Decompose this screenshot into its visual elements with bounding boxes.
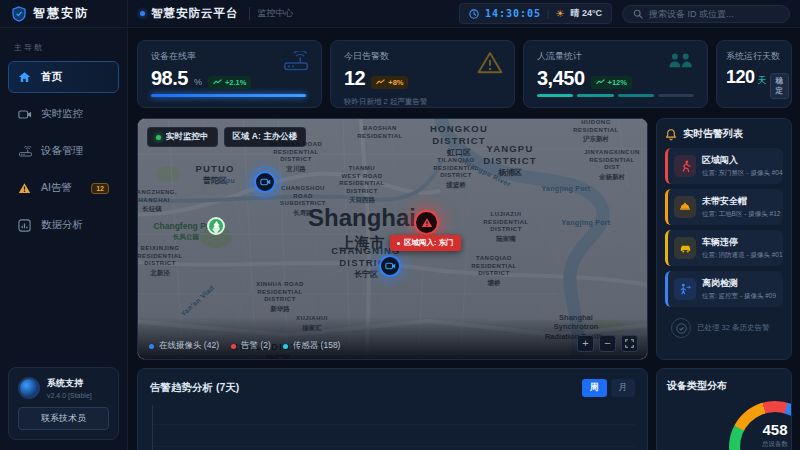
sidebar-item-data-analysis[interactable]: 数据分析 xyxy=(8,209,119,241)
sidebar-item-device-mgmt[interactable]: 设备管理 xyxy=(8,135,119,167)
camera-legend-dot xyxy=(149,344,154,349)
processed-alerts-text: 已处理 32 条历史告警 xyxy=(697,323,770,333)
runner-icon xyxy=(674,155,696,177)
weather-text: 晴 24°C xyxy=(570,7,602,20)
sidebar-item-live-monitor[interactable]: 实时监控 xyxy=(8,98,119,130)
kpi-card-people-flow: 人流量统计 3,450 +12% xyxy=(523,40,708,108)
trend-up-icon xyxy=(596,79,605,85)
kpi-value: 12 xyxy=(344,67,365,90)
camera-icon xyxy=(18,109,33,120)
toggle-week-button[interactable]: 周 xyxy=(582,379,607,397)
camera-icon xyxy=(260,178,271,186)
kpi-delta-badge: +2.1% xyxy=(208,76,251,89)
trend-up-icon xyxy=(213,79,222,85)
search-icon xyxy=(633,9,643,19)
kpi-card-online-rate: 设备在线率 98.5 % +2.1% xyxy=(137,40,322,108)
home-icon xyxy=(18,71,33,83)
alert-item-no-helmet[interactable]: 未带安全帽位置: 工地B区 - 摄像头 #12 xyxy=(665,189,783,225)
kpi-value: 3,450 xyxy=(537,67,585,90)
router-icon xyxy=(282,51,310,71)
sidebar-item-label: 数据分析 xyxy=(41,218,83,232)
sidebar-item-ai-alerts[interactable]: AI告警 12 xyxy=(8,172,119,204)
warning-icon xyxy=(18,182,33,194)
sidebar-item-label: 首页 xyxy=(41,70,62,84)
people-icon xyxy=(666,51,696,70)
realtime-alerts-panel: 实时告警列表 区域闯入位置: 东门禁区 - 摄像头 #04 未带安全帽位置: 工… xyxy=(656,118,792,360)
support-logo-icon xyxy=(18,377,40,399)
map-legend: 在线摄像头 (42) 告警 (2) 传感器 (158) xyxy=(149,340,340,352)
alert-legend-dot xyxy=(231,344,236,349)
camera-marker[interactable] xyxy=(379,255,401,277)
sidebar-item-label: AI告警 xyxy=(41,181,72,195)
support-version: v2.4.0 [Stable] xyxy=(47,392,92,399)
router-icon xyxy=(18,146,33,157)
kpi-status-badge: 稳定 xyxy=(770,73,790,99)
zone-chip[interactable]: 区域 A: 主办公楼 xyxy=(224,127,307,147)
kpi-row: 设备在线率 98.5 % +2.1% 今日告警数 12 +8% 较昨日新增 2 … xyxy=(137,40,792,108)
people-flow-segments xyxy=(537,94,694,97)
sidebar-item-label: 设备管理 xyxy=(41,144,83,158)
fullscreen-button[interactable] xyxy=(621,335,638,352)
alert-item-intrusion[interactable]: 区域闯入位置: 东门禁区 - 摄像头 #04 xyxy=(665,148,783,184)
search-input[interactable] xyxy=(649,9,779,19)
period-toggle: 周 月 xyxy=(582,379,635,397)
zoom-out-button[interactable]: − xyxy=(599,335,616,352)
support-title: 系统支持 xyxy=(47,377,92,390)
sun-icon: ☀ xyxy=(555,9,564,19)
camera-icon xyxy=(385,262,396,270)
nav-section-label: 主导航 xyxy=(14,42,127,53)
kpi-delta-badge: +12% xyxy=(591,76,632,89)
shield-icon xyxy=(12,6,26,22)
live-dot xyxy=(156,135,161,140)
platform-subtitle: 监控中心 xyxy=(249,7,294,20)
device-total-label: 总设备数 xyxy=(735,440,792,449)
warning-icon xyxy=(477,51,503,74)
zoom-in-button[interactable]: + xyxy=(577,335,594,352)
bell-icon xyxy=(665,128,677,141)
status-dot xyxy=(140,11,145,16)
device-distribution-title: 设备类型分布 xyxy=(667,379,781,393)
kpi-card-today-alerts: 今日告警数 12 +8% 较昨日新增 2 起严重告警 xyxy=(330,40,515,108)
search-box[interactable] xyxy=(622,5,790,23)
processed-alerts-row[interactable]: 已处理 32 条历史告警 xyxy=(665,312,783,344)
helmet-icon xyxy=(674,196,696,218)
alert-tooltip[interactable]: 区域闯入: 东门 xyxy=(390,235,461,251)
sidebar: 主导航 首页 实时监控 设备管理 AI告警 12 数据分析 xyxy=(0,28,128,450)
kpi-unit: 天 xyxy=(758,74,767,87)
kpi-note: 上次维护: 2023-06-20 xyxy=(726,106,782,108)
live-status-chip: 实时监控中 xyxy=(147,127,218,147)
clock-icon xyxy=(469,9,479,19)
alert-trend-panel: 告警趋势分析 (7天) 周 月 xyxy=(137,368,648,450)
device-total-value: 458 xyxy=(735,421,792,438)
sidebar-item-label: 实时监控 xyxy=(41,107,83,121)
fullscreen-icon xyxy=(625,339,634,348)
kpi-card-uptime: 系统运行天数 120 天 稳定 上次维护: 2023-06-20 xyxy=(716,40,792,108)
clock-time: 14:30:05 xyxy=(485,8,541,19)
map-panel[interactable]: BAOSHAN RESIDENTIAL HONGKOU DISTRICT虹口区 … xyxy=(137,118,648,360)
park-marker[interactable] xyxy=(207,217,225,235)
platform-title: 智慧安防云平台 xyxy=(151,6,239,21)
top-bar: 智慧安防 智慧安防云平台 监控中心 14:30:05 | ☀ 晴 24°C xyxy=(0,0,800,28)
alert-item-illegal-parking[interactable]: 车辆违停位置: 消防通道 - 摄像头 #01 xyxy=(665,230,783,266)
camera-marker[interactable] xyxy=(254,171,276,193)
kpi-unit: % xyxy=(194,77,202,87)
support-card: 系统支持 v2.4.0 [Stable] 联系技术员 xyxy=(8,367,119,440)
trend-title: 告警趋势分析 (7天) xyxy=(150,381,239,395)
kpi-value: 98.5 xyxy=(151,67,188,90)
online-rate-progress xyxy=(151,94,308,97)
alert-count-badge: 12 xyxy=(91,183,109,194)
device-distribution-panel: 设备类型分布 458 总设备数 xyxy=(656,368,792,450)
sensor-legend-dot xyxy=(283,344,288,349)
kpi-note: 较昨日新增 2 起严重告警 xyxy=(344,97,501,107)
sidebar-item-home[interactable]: 首页 xyxy=(8,61,119,93)
contact-technician-button[interactable]: 联系技术员 xyxy=(18,407,109,430)
check-circle-icon xyxy=(671,318,691,338)
app-logo-text: 智慧安防 xyxy=(33,5,89,22)
kpi-delta-badge: +8% xyxy=(371,76,408,89)
person-leave-icon xyxy=(674,278,696,300)
app-logo: 智慧安防 xyxy=(0,0,128,27)
toggle-month-button[interactable]: 月 xyxy=(611,379,636,397)
alert-marker[interactable] xyxy=(414,210,439,235)
kpi-value: 120 xyxy=(726,67,755,88)
alert-item-absence[interactable]: 离岗检测位置: 监控室 - 摄像头 #09 xyxy=(665,271,783,307)
